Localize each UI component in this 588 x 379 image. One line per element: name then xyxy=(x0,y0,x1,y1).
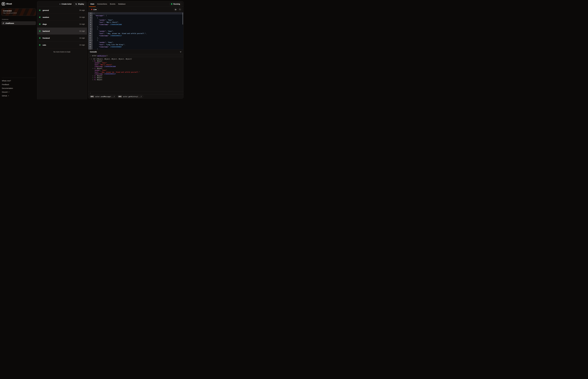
console-collapse-button[interactable] xyxy=(180,51,182,53)
expanded-triangle-icon[interactable]: ▼ xyxy=(91,58,93,60)
actor-row-general[interactable]: general2m ago xyxy=(37,7,87,14)
rpc-button-actor-sendmessage[interactable]: RPCactor.sendMessage(...) xyxy=(90,95,116,98)
sidebar-link-feedback[interactable]: Feedback xyxy=(1,83,36,86)
console-command-row: › actor.getHistory() xyxy=(88,54,183,57)
line-gutter: 2∨ xyxy=(88,15,93,17)
code-text: "timestamp": 1764043991880 xyxy=(93,23,122,26)
line-gutter: 3∨ xyxy=(88,17,93,19)
editor-line-8: 8∨ { xyxy=(88,28,183,30)
fold-chevron-icon[interactable]: ∨ xyxy=(92,12,92,15)
code-text: "messages": [ xyxy=(93,15,107,17)
actor-row-frontend[interactable]: frontend1m ago xyxy=(37,34,87,42)
fold-chevron-icon[interactable]: ∨ xyxy=(92,17,92,19)
code-text: "sender": "User", xyxy=(93,41,114,44)
actor-row-backend[interactable]: backend1m ago xyxy=(37,28,87,34)
rivet-app: Rivet Connected http://localhost:6420 In… xyxy=(0,0,184,99)
actor-status-dot xyxy=(39,31,40,32)
editor-scrollbar[interactable] xyxy=(183,13,183,25)
code-text: "timestamp": 1764043995517 xyxy=(93,34,122,37)
editor-line-3: 3∨ { xyxy=(88,17,183,19)
rpc-button-actor-gethistory[interactable]: RPCactor.getHistory(...) xyxy=(117,95,143,98)
tab-connections[interactable]: Connections xyxy=(96,1,109,7)
expanded-triangle-icon[interactable]: ▼ xyxy=(93,60,94,62)
undo-rotate-icon xyxy=(179,9,181,11)
display-button[interactable]: Display xyxy=(74,2,86,6)
actor-status-dot xyxy=(39,17,40,18)
line-gutter: 6 xyxy=(88,23,93,26)
create-actor-button[interactable]: + Create Actor xyxy=(58,2,73,6)
tab-database[interactable]: Database xyxy=(117,1,127,7)
console-input[interactable]: › xyxy=(88,91,183,95)
sidebar-link-documentation[interactable]: Documentation xyxy=(1,86,36,90)
console-tree-row: ▼0: Object xyxy=(88,60,183,62)
fold-chevron-icon[interactable]: ∨ xyxy=(92,28,92,30)
sidebar-link-discord[interactable]: Discord↗ xyxy=(1,90,36,94)
actor-group-icon xyxy=(3,22,4,24)
actor-name: general xyxy=(43,9,49,11)
console-title: Console xyxy=(90,51,97,53)
sidebar-link-whats-new[interactable]: Whats new? xyxy=(1,79,36,83)
collapsed-triangle-icon[interactable]: ▶ xyxy=(93,79,94,81)
actor-row-dogs[interactable]: dogs1m ago xyxy=(37,21,87,28)
line-gutter: 9 xyxy=(88,30,93,32)
collapsed-triangle-icon[interactable]: ▶ xyxy=(93,77,94,79)
rpc-code: actor.sendMessage(...) xyxy=(95,96,115,97)
line-gutter: 14 xyxy=(88,41,93,44)
chevron-down-icon xyxy=(180,51,182,53)
collapsed-triangle-icon[interactable]: ▶ xyxy=(93,75,94,77)
fold-chevron-icon[interactable]: ∨ xyxy=(92,39,92,41)
actors-end-message: No more Actors to load. xyxy=(37,48,87,55)
actor-time: 1m ago xyxy=(79,37,85,39)
connection-card: Connected http://localhost:6420 xyxy=(1,8,36,16)
line-gutter: 8∨ xyxy=(88,28,93,30)
line-gutter: 17 xyxy=(88,48,93,49)
actor-list: general2m agorandom1m agodogs1m agobacke… xyxy=(37,7,87,48)
rivet-logo-icon xyxy=(2,2,5,6)
console-tree-row: ▶4: Object xyxy=(88,79,183,81)
state-json-editor[interactable]: 1∨{2∨ "messages": [3∨ {4 "sender": "User… xyxy=(88,12,183,49)
tab-events[interactable]: Events xyxy=(109,1,117,7)
live-toggle[interactable]: Live xyxy=(90,8,98,11)
sidebar-link-github[interactable]: GitHub↗ xyxy=(1,94,36,98)
editor-line-5: 5 "text": "Who’s there?", xyxy=(88,21,183,23)
line-number: 7 xyxy=(88,26,93,28)
live-dot-icon xyxy=(91,9,92,10)
line-number: 10 xyxy=(88,32,93,34)
line-gutter: 5 xyxy=(88,21,93,23)
console-header: Console xyxy=(88,49,183,54)
line-gutter: 16 xyxy=(88,46,93,48)
actor-row-cats[interactable]: cats1m ago xyxy=(37,42,87,48)
rpc-chip: RPC xyxy=(118,95,122,97)
prompt-icon: › xyxy=(90,92,90,94)
expanded-triangle-icon[interactable]: ▼ xyxy=(93,68,94,69)
save-button[interactable] xyxy=(174,8,177,11)
line-number: 12 xyxy=(88,37,93,39)
code-text: { xyxy=(93,12,95,15)
editor-line-15: 15 "text": "Long live the King!", xyxy=(88,44,183,46)
rpc-chip: RPC xyxy=(90,95,94,97)
fold-chevron-icon[interactable]: ∨ xyxy=(92,15,92,17)
editor-line-2: 2∨ "messages": [ xyxy=(88,15,183,17)
sidebar-divider xyxy=(2,78,36,78)
code-text: "sender": "User", xyxy=(93,30,114,32)
line-number: 15 xyxy=(88,44,93,46)
line-number: 5 xyxy=(88,21,93,23)
console-tree-row: sender: "User" xyxy=(88,62,183,64)
actor-time: 1m ago xyxy=(79,16,85,18)
line-number: 16 xyxy=(88,46,93,48)
editor-line-7: 7 }, xyxy=(88,26,183,28)
actor-time: 1m ago xyxy=(79,23,85,25)
console-tree-row: text: " Nay, answer me. Stand and unfold… xyxy=(88,71,183,73)
sidebar-footer-links: Whats new?FeedbackDocumentationDiscord↗G… xyxy=(1,79,36,98)
tab-state[interactable]: State xyxy=(89,1,96,7)
line-gutter: 12 xyxy=(88,37,93,39)
sidebar-instance-chatRoom[interactable]: chatRoom xyxy=(1,21,36,25)
line-gutter: 10 xyxy=(88,32,93,34)
connection-url: http://localhost:6420 xyxy=(3,12,34,14)
actor-name: frontend xyxy=(43,37,50,39)
reset-button[interactable] xyxy=(178,8,182,11)
actor-row-random[interactable]: random1m ago xyxy=(37,14,87,21)
code-text: "timestamp": 1764043999867 xyxy=(93,46,122,48)
prompt-icon: › xyxy=(90,54,90,57)
line-gutter: 7 xyxy=(88,26,93,28)
